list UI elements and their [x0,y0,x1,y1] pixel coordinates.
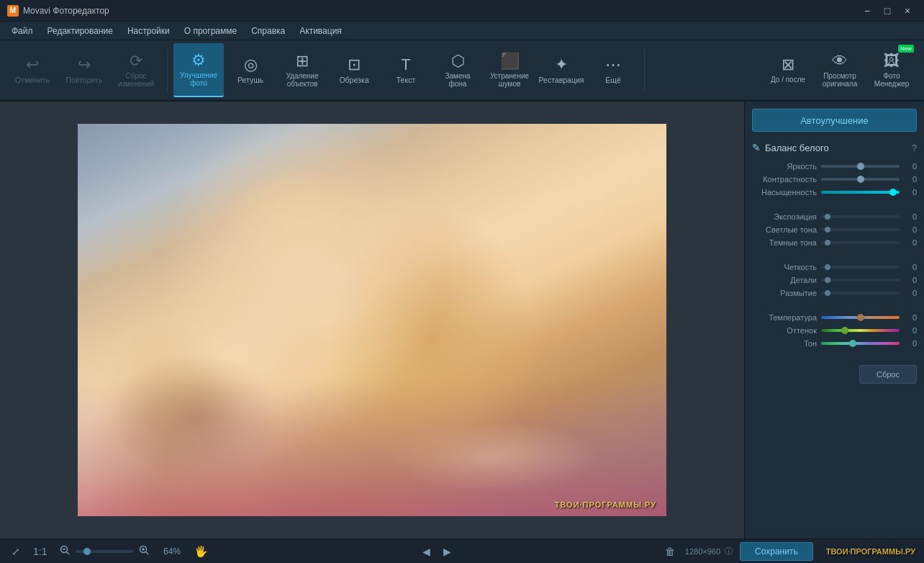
shadows-slider[interactable] [821,241,900,244]
menu-help[interactable]: Справка [244,24,292,38]
hand-icon: 🖐 [194,545,208,557]
toolbar-divider-2 [644,49,645,92]
menu-file[interactable]: Файл [4,24,40,38]
photo-manager-label: ФотоМенеджер [874,72,910,88]
brightness-slider[interactable] [821,165,900,168]
menu-activate[interactable]: Активация [292,24,349,38]
blur-slider[interactable] [821,292,900,294]
shadows-label: Темные тона [752,238,817,247]
tint-slider[interactable] [821,329,900,332]
restore-label: Реставрация [539,76,584,84]
highlights-label: Светлые тона [752,225,817,234]
crop-icon: ⊡ [348,57,361,73]
blur-row: Размытие 0 [752,289,917,297]
contrast-slider[interactable] [821,178,900,181]
shadows-row: Темные тона 0 [752,238,917,247]
crop-label: Обрезка [339,76,368,84]
text-label: Текст [397,76,415,84]
before-after-label: До / после [771,76,805,84]
details-value: 0 [904,276,917,284]
delete-button[interactable]: 🗑 [662,544,678,559]
auto-enhance-button[interactable]: Автоулучшение [752,109,917,132]
blur-value: 0 [904,289,917,297]
next-photo-button[interactable]: ▶ [440,544,454,559]
tone-slider[interactable] [821,342,900,345]
zoom-track[interactable] [76,550,133,553]
maximize-button[interactable]: □ [878,4,897,18]
save-button[interactable]: Сохранить [740,542,813,561]
contrast-label: Контрастность [752,175,817,184]
canvas-area[interactable]: ТВОИ·ПРОГРАММЫ.РУ [0,102,744,539]
tint-value: 0 [904,326,917,335]
retouch-label: Ретушь [237,76,263,84]
remove-obj-label: Удалениеобъектов [286,72,318,88]
tools-group: ⚙ Улучшениефото ◎ Ретушь ⊞ Удалениеобъек… [173,43,638,97]
undo-button[interactable]: ↩ Отменить [7,43,58,97]
more-icon: ⋯ [605,57,621,73]
text-icon: T [401,57,410,73]
denoise-button[interactable]: ⬛ Устранениешумов [484,43,535,97]
crop-button[interactable]: ⊡ Обрезка [329,43,379,97]
delete-icon: 🗑 [665,546,675,557]
clarity-slider[interactable] [821,266,900,269]
history-group: ↩ Отменить ↪ Повторить ⟳ Сбросизменений [7,43,161,97]
restore-button[interactable]: ✦ Реставрация [536,43,586,97]
window-controls: − □ × [858,4,917,18]
close-button[interactable]: × [898,4,917,18]
temperature-value: 0 [904,313,917,322]
temperature-label: Температура [752,313,817,322]
photo-container: ТВОИ·ПРОГРАММЫ.РУ [78,124,666,516]
fit-zoom-button[interactable]: ⤢ [9,544,23,559]
clarity-label: Четкость [752,263,817,271]
menu-settings[interactable]: Настройки [120,24,177,38]
text-button[interactable]: T Текст [381,43,431,97]
minimize-button[interactable]: − [858,4,877,18]
white-balance-header: ✎ Баланс белого ? [752,142,917,153]
main-area: ТВОИ·ПРОГРАММЫ.РУ Автоулучшение ✎ Баланс… [0,102,924,539]
svg-line-4 [146,552,149,555]
help-button[interactable]: ? [912,143,917,153]
brightness-label: Яркость [752,162,817,171]
reset-all-button[interactable]: Сброс [859,365,917,384]
photo-manager-button[interactable]: New 🖼 ФотоМенеджер [866,43,917,97]
highlights-slider[interactable] [821,228,900,231]
tint-label: Оттенок [752,326,817,335]
photo-canvas [78,124,666,516]
redo-button[interactable]: ↪ Повторить [59,43,109,97]
image-info: 1280×960 ⓘ [685,546,733,557]
highlights-value: 0 [904,225,917,234]
reset-button[interactable]: ⟳ Сбросизменений [111,43,161,97]
retouch-button[interactable]: ◎ Ретушь [225,43,276,97]
zoom-out-button[interactable] [57,544,73,559]
view-original-button[interactable]: 👁 Просмотроригинала [815,43,865,97]
window-title: Movavi Фоторедактор [23,6,858,16]
highlights-row: Светлые тона 0 [752,225,917,234]
exposure-slider[interactable] [821,215,900,218]
remove-obj-button[interactable]: ⊞ Удалениеобъектов [277,43,327,97]
clarity-value: 0 [904,263,917,271]
right-panel: Автоулучшение ✎ Баланс белого ? Яркость … [744,102,924,539]
zoom-in-button[interactable] [136,544,152,559]
before-after-button[interactable]: ⊠ До / после [763,43,813,97]
title-bar: M Movavi Фоторедактор − □ × [0,0,924,22]
temperature-slider[interactable] [821,316,900,319]
replace-bg-button[interactable]: ⬡ Заменафона [432,43,483,97]
menu-about[interactable]: О программе [177,24,244,38]
enhance-button[interactable]: ⚙ Улучшениефото [173,43,224,97]
menu-bar: Файл Редактирование Настройки О программ… [0,22,924,40]
hand-tool-button[interactable]: 🖐 [191,544,211,559]
prev-photo-button[interactable]: ◀ [420,544,433,559]
white-balance-title: Баланс белого [765,143,907,153]
menu-edit[interactable]: Редактирование [40,24,120,38]
zoom-1to1-button[interactable]: 1:1 [30,544,50,559]
new-badge: New [898,45,914,53]
next-icon: ▶ [443,546,451,557]
details-slider[interactable] [821,279,900,282]
brush-icon: ✎ [752,142,761,153]
saturation-value: 0 [904,188,917,197]
zoom-slider-group [57,544,152,559]
denoise-label: Устранениешумов [490,72,529,88]
zoom-1to1-label: 1:1 [33,546,47,557]
saturation-slider[interactable] [821,191,900,194]
more-button[interactable]: ⋯ Ещё [588,43,638,97]
